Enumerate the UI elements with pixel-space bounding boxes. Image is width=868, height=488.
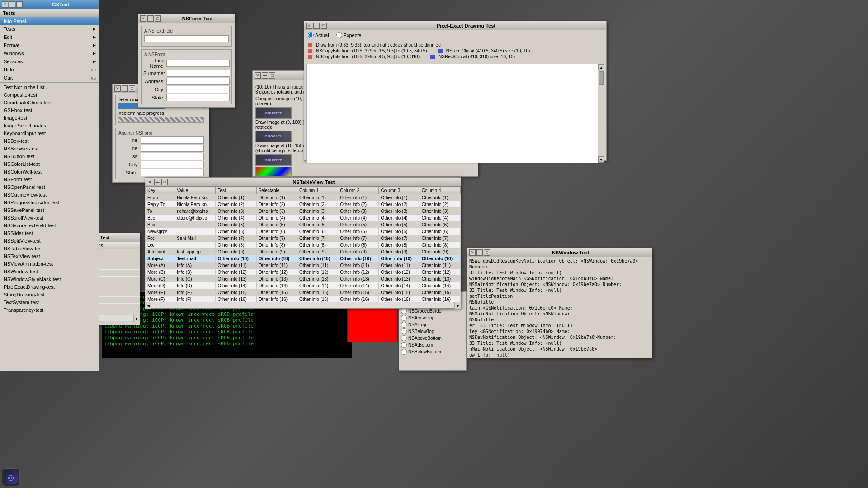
menu-tests[interactable]: Tests — [0, 25, 99, 33]
table-row[interactable]: More (B)Info (B)Other info (12)Other inf… — [146, 269, 461, 276]
menu-format[interactable]: Format — [0, 41, 99, 49]
test-list-item-3[interactable]: GSHbox-test — [0, 106, 99, 114]
sec-zoom[interactable]: □ — [129, 85, 135, 92]
nswindow-min[interactable]: — — [476, 249, 483, 256]
col-col3[interactable]: Column 3 — [379, 187, 420, 194]
image-close[interactable]: ✕ — [255, 72, 261, 79]
radio-nsatbottom[interactable]: NSAtBottom — [401, 342, 464, 348]
table-row[interactable]: Attchmnttest_app.tgzOther info (9)Other … — [146, 249, 461, 255]
table-row[interactable]: More (D)Info (D)Other info (14)Other inf… — [146, 282, 461, 289]
test-list-item-25[interactable]: NSWindowStyleMask-test — [0, 275, 99, 283]
zoom-btn[interactable]: □ — [16, 1, 23, 8]
sec-ne1-input[interactable] — [141, 136, 204, 144]
table-row[interactable]: Bccettore@helixcoOther info (4)Other inf… — [146, 215, 461, 221]
test-list-item-28[interactable]: TextSystem-test — [0, 298, 99, 306]
pixel-min[interactable]: — — [313, 23, 320, 29]
test-list-item-15[interactable]: NSProgressIndicator-test — [0, 198, 99, 206]
test-list-item-13[interactable]: NSOpenPanel-test — [0, 183, 99, 191]
nsbelowtop-radio[interactable] — [401, 328, 407, 334]
test-list-item-4[interactable]: Image-test — [0, 114, 99, 122]
test-list-item-5[interactable]: ImageSelection-test — [0, 122, 99, 129]
sec-min[interactable]: — — [122, 85, 128, 92]
sec-ss-input[interactable] — [141, 153, 204, 160]
scroll-down-btn[interactable]: ▼ — [598, 156, 604, 163]
table-row[interactable]: Reply-ToNicola Pero <n.Other info (2)Oth… — [146, 201, 461, 208]
radio-nsabovebottom[interactable]: NSAboveBottom — [401, 335, 464, 341]
minimize-btn[interactable]: — — [9, 1, 15, 8]
test-list-item-12[interactable]: NSForm-test — [0, 175, 99, 183]
table-row[interactable]: FromNicola Pero <n.Other info (1)Other i… — [146, 194, 461, 201]
sec-close[interactable]: ✕ — [114, 85, 121, 92]
menu-services[interactable]: Services — [0, 57, 99, 66]
tableview-zoom[interactable]: □ — [161, 179, 168, 185]
close-btn[interactable]: ✕ — [2, 1, 8, 8]
radio-nsgrooveborder[interactable]: NSGrooveBorder — [401, 308, 464, 314]
sec-city-input[interactable] — [141, 161, 204, 168]
image-zoom[interactable]: □ — [269, 72, 275, 79]
nsgrooveborder-radio[interactable] — [401, 308, 407, 314]
test-list-item-27[interactable]: StringDrawing-test — [0, 291, 99, 298]
test-list-item-22[interactable]: NSTextView-test — [0, 252, 99, 260]
nswindow-zoom[interactable]: □ — [484, 249, 490, 256]
col-key[interactable]: Key — [146, 187, 175, 194]
col-col4[interactable]: Column 4 — [420, 187, 460, 194]
test-list-item-9[interactable]: NSButton-test — [0, 152, 99, 160]
test-list-item-14[interactable]: NSOutlineView-test — [0, 191, 99, 198]
table-row[interactable]: Torichard@brainsOther info (3)Other info… — [146, 208, 461, 215]
tableview-close[interactable]: ✕ — [147, 179, 153, 185]
test-list-item-7[interactable]: NSBox-test — [0, 137, 99, 145]
table-row[interactable]: SubjectTest mailOther info (10)Other inf… — [146, 255, 461, 262]
test-list-item-6[interactable]: KeyboardInput-test — [0, 129, 99, 137]
nsabovetop-radio[interactable] — [401, 315, 407, 321]
table-scroll-area[interactable]: Key Value Test Selectable Column 1 Colum… — [145, 187, 461, 302]
nswindow-close[interactable]: ✕ — [469, 249, 476, 256]
nsbelowbottom-radio[interactable] — [401, 349, 407, 355]
outline-scroll-right[interactable]: ▶ — [133, 315, 140, 322]
table-row[interactable]: More (F)Info (F)Other info (16)Other inf… — [146, 296, 461, 302]
menu-hide[interactable]: Hide #h — [0, 66, 99, 74]
test-list-item-29[interactable]: Transparency-test — [0, 306, 99, 314]
col-col1[interactable]: Column 1 — [297, 187, 338, 194]
nsatbottom-radio[interactable] — [401, 342, 407, 348]
scroll-track-h[interactable] — [151, 302, 454, 308]
standalone-textfield[interactable] — [144, 35, 229, 42]
nsform-min[interactable]: — — [147, 15, 154, 22]
radio-nsbelowbottom[interactable]: NSBelowBottom — [401, 349, 464, 355]
image-min[interactable]: — — [262, 72, 268, 79]
actual-radio[interactable] — [308, 32, 314, 38]
tableview-min[interactable]: — — [154, 179, 160, 185]
expected-radio-label[interactable]: Expecte — [336, 32, 362, 38]
radio-nsat-top[interactable]: NSAtTop — [401, 322, 464, 328]
test-list-item-18[interactable]: NSSecureTextField-test — [0, 221, 99, 229]
menu-edit[interactable]: Edit — [0, 33, 99, 41]
surname-input[interactable] — [167, 70, 230, 77]
test-list-item-26[interactable]: PixelExactDrawing-test — [0, 283, 99, 291]
test-list-item-16[interactable]: NSSavePanel-test — [0, 206, 99, 214]
scroll-right-btn[interactable]: ▶ — [454, 302, 461, 309]
table-row[interactable]: LccOther info (8)Other info (8)Other inf… — [146, 242, 461, 249]
radio-nsabovetop[interactable]: NSAboveTop — [401, 315, 464, 321]
col-col2[interactable]: Column 2 — [338, 187, 379, 194]
canvas-scrollbar[interactable]: ▲ ▼ — [598, 64, 604, 163]
test-list-item-0[interactable]: Test Not in the List... — [0, 83, 99, 91]
test-list-item-17[interactable]: NSScrollView-test — [0, 214, 99, 221]
menu-quit[interactable]: Quit #q — [0, 74, 99, 82]
nsabovebottom-radio[interactable] — [401, 335, 407, 341]
address-input[interactable] — [166, 78, 230, 85]
nsattop-radio[interactable] — [401, 322, 407, 328]
sec-ne2-input[interactable] — [141, 145, 204, 152]
col-value[interactable]: Value — [175, 187, 216, 194]
test-list-item-8[interactable]: NSBrowser-test — [0, 145, 99, 152]
test-list-item-20[interactable]: NSSplitView-test — [0, 237, 99, 244]
col-selectable[interactable]: Selectable — [256, 187, 297, 194]
test-list-item-19[interactable]: NSSlider-test — [0, 229, 99, 237]
table-row[interactable]: More (A)Info (A)Other info (11)Other inf… — [146, 262, 461, 269]
table-row[interactable]: More (E)Info (E)Other info (15)Other inf… — [146, 289, 461, 296]
actual-radio-label[interactable]: Actual — [308, 32, 329, 38]
city-input[interactable] — [166, 86, 230, 93]
test-list-item-1[interactable]: Composite-test — [0, 91, 99, 99]
test-list-item-2[interactable]: CoordinateCheck-test — [0, 99, 99, 106]
col-test[interactable]: Test — [216, 187, 256, 194]
sec-state-input[interactable] — [141, 169, 204, 176]
state-input[interactable] — [166, 94, 230, 101]
